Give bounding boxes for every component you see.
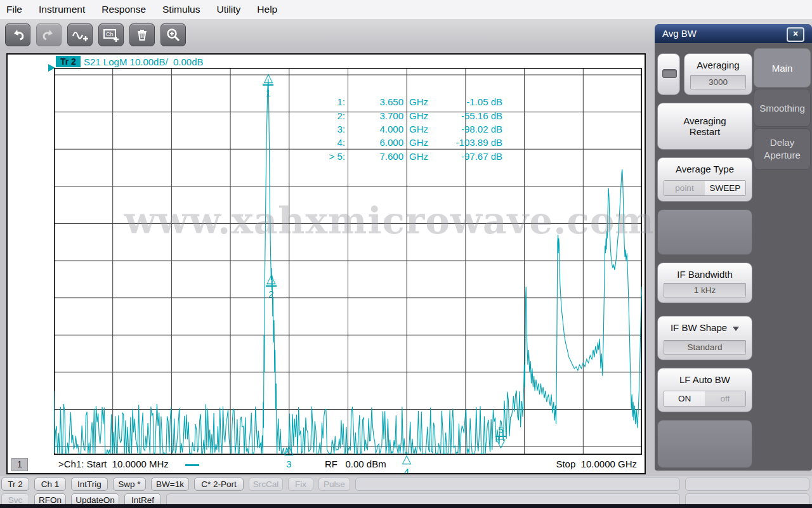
fix-button: Fix xyxy=(288,478,313,491)
add-trace-button[interactable] xyxy=(67,23,93,46)
averaging-button[interactable]: Averaging 3000 xyxy=(684,53,752,95)
blank-softkey xyxy=(657,420,752,468)
marker-readout-row: 3: 4.000 GHz -98.02 dB xyxy=(274,122,502,136)
averaging-toggle-button[interactable] xyxy=(657,53,680,95)
zoom-icon xyxy=(166,27,181,42)
rf-power-label: RF 0.00 dBm xyxy=(325,459,386,469)
averaging-value: 3000 xyxy=(690,75,746,89)
average-type-sweep-option[interactable]: SWEEP xyxy=(705,181,745,195)
ch1-button[interactable]: Ch 1 xyxy=(34,478,66,491)
avg-bw-panel: Avg BW × Averaging 3000 Averaging Restar… xyxy=(655,24,812,471)
inttrig-button[interactable]: IntTrig xyxy=(71,478,108,491)
if-bw-shape-value: Standard xyxy=(664,340,746,355)
averaging-led-indicator xyxy=(662,69,677,78)
lf-auto-bw-off-option[interactable]: off xyxy=(705,391,745,406)
channel-status-line: 1 >Ch1: Start 10.0000 MHz RF 0.00 dBm St… xyxy=(8,456,645,474)
average-type-toggle[interactable]: point SWEEP xyxy=(664,180,746,196)
if-bandwidth-value: 1 kHz xyxy=(664,283,746,297)
if-bw-shape-button[interactable]: IF BW Shape Standard xyxy=(657,316,752,360)
tab-main[interactable]: Main xyxy=(754,48,811,88)
average-type-point-option[interactable]: point xyxy=(664,181,705,195)
stop-frequency-label: Stop 10.0000 GHz xyxy=(556,459,637,469)
status-button-row-1: Tr 2 Ch 1 IntTrig Swp * BW=1k C* 2-Port … xyxy=(0,476,812,492)
add-trace-icon xyxy=(72,27,88,42)
marker-readout-row: 4: 6.000 GHz -103.89 dB xyxy=(274,136,502,149)
marker-readout-row-active: > 5: 7.600 GHz -97.67 dB xyxy=(274,150,502,163)
marker-readout-row: 2: 3.700 GHz -55.16 dB xyxy=(274,108,502,122)
blank-softkey xyxy=(657,209,752,255)
status-empty-slot xyxy=(685,478,809,491)
tr2-button[interactable]: Tr 2 xyxy=(1,478,29,491)
lf-auto-bw-button[interactable]: LF Auto BW ON off xyxy=(657,368,752,412)
marker-readout: 1: 3.650 GHz -1.05 dB 2: 3.700 GHz -55.1… xyxy=(274,95,502,163)
averaging-restart-button[interactable]: Averaging Restart xyxy=(657,103,752,150)
delete-button[interactable] xyxy=(129,23,155,46)
add-channel-icon: Ch xyxy=(103,27,119,42)
average-type-button[interactable]: Average Type point SWEEP xyxy=(657,157,752,202)
status-empty-slot xyxy=(355,478,680,491)
vna-application-window: File Instrument Response Stimulus Utilit… xyxy=(0,0,812,508)
chart-area[interactable]: Tr 2 S21 LogM 10.00dB/ 0.00dB 1: 3.650 G… xyxy=(6,53,646,474)
zoom-button[interactable] xyxy=(160,23,186,46)
srccal-button: SrcCal xyxy=(249,478,283,491)
menu-bar: File Instrument Response Stimulus Utilit… xyxy=(0,0,812,20)
svg-text:Ch: Ch xyxy=(106,31,114,37)
close-icon[interactable]: × xyxy=(787,27,804,42)
cal-2port-button[interactable]: C* 2-Port xyxy=(194,478,244,491)
trace-title: S21 LogM 10.00dB/ 0.00dB xyxy=(84,56,203,67)
window-bottom-edge xyxy=(0,504,812,508)
sweep-button[interactable]: Swp * xyxy=(113,478,146,491)
add-channel-button[interactable]: Ch xyxy=(98,23,124,46)
lf-auto-bw-on-option[interactable]: ON xyxy=(664,391,705,406)
bandwidth-button[interactable]: BW=1k xyxy=(151,478,189,491)
start-frequency-label: >Ch1: Start 10.0000 MHz xyxy=(58,459,169,469)
if-bandwidth-button[interactable]: IF Bandwidth 1 kHz xyxy=(657,263,752,303)
menu-response[interactable]: Response xyxy=(93,4,154,15)
lf-auto-bw-toggle[interactable]: ON off xyxy=(664,391,746,407)
marker-readout-row: 1: 3.650 GHz -1.05 dB xyxy=(274,95,502,108)
tab-delay-aperture[interactable]: Delay Aperture xyxy=(754,128,811,170)
pulse-button: Pulse xyxy=(318,478,350,491)
menu-help[interactable]: Help xyxy=(249,4,285,15)
menu-stimulus[interactable]: Stimulus xyxy=(154,4,208,15)
delete-icon xyxy=(135,28,149,42)
chevron-down-icon xyxy=(733,327,739,331)
trace-color-key xyxy=(185,464,199,466)
channel-number-badge: 1 xyxy=(11,458,28,471)
tab-smoothing[interactable]: Smoothing xyxy=(754,89,811,127)
trace-badge[interactable]: Tr 2 xyxy=(56,56,81,67)
menu-utility[interactable]: Utility xyxy=(208,4,249,15)
